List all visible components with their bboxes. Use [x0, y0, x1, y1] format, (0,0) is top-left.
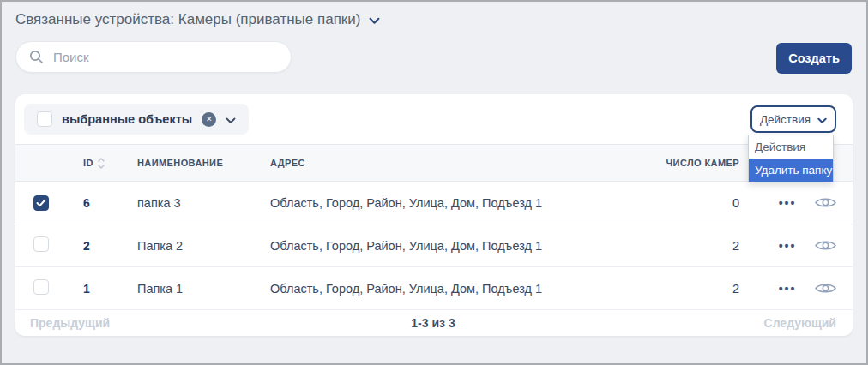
row-camera-count: 2	[659, 282, 762, 296]
pagination-next[interactable]: Следующий	[568, 316, 836, 330]
sort-icon[interactable]	[98, 158, 105, 169]
row-checkbox[interactable]	[33, 279, 49, 295]
selection-chevron-down-icon[interactable]	[226, 112, 236, 128]
row-id: 2	[73, 239, 135, 253]
row-checkbox[interactable]	[33, 195, 49, 211]
row-name: папка 3	[135, 196, 268, 210]
create-button[interactable]: Создать	[776, 43, 852, 74]
row-id: 1	[73, 282, 135, 296]
row-menu-ellipsis-icon[interactable]: •••	[762, 196, 813, 210]
row-address: Область, Город, Район, Улица, Дом, Подъе…	[268, 282, 659, 296]
row-view-eye-icon[interactable]	[813, 238, 837, 253]
menu-item-delete-folder[interactable]: Удалить папку	[749, 159, 833, 182]
column-header-name: НАИМЕНОВАНИЕ	[135, 158, 268, 168]
actions-select[interactable]: Действия	[750, 105, 836, 133]
search-icon	[29, 50, 44, 64]
selection-label: выбранные объекты	[62, 112, 192, 126]
pagination-range: 1-3 из 3	[298, 316, 567, 330]
table-row: 1 Папка 1 Область, Город, Район, Улица, …	[15, 267, 853, 310]
pagination-previous[interactable]: Предыдущий	[30, 316, 298, 330]
selection-pill: выбранные объекты ✕	[24, 104, 249, 135]
pagination: Предыдущий 1-3 из 3 Следующий	[15, 310, 853, 335]
actions-select-label: Действия	[760, 113, 811, 126]
actions-chevron-down-icon	[817, 114, 827, 127]
column-header-cameras: ЧИСЛО КАМЕР	[659, 158, 762, 168]
table-row: 2 Папка 2 Область, Город, Район, Улица, …	[15, 224, 853, 267]
page-title-text: Связанные устройства: Камеры (приватные …	[15, 11, 360, 28]
app-window: Связанные устройства: Камеры (приватные …	[0, 0, 868, 365]
card-toolbar: выбранные объекты ✕ Действия	[15, 94, 853, 144]
row-name: Папка 2	[135, 239, 268, 253]
row-address: Область, Город, Район, Улица, Дом, Подъе…	[268, 239, 659, 253]
select-all-checkbox[interactable]	[37, 111, 52, 127]
column-header-address: АДРЕС	[268, 158, 659, 168]
row-address: Область, Город, Район, Улица, Дом, Подъе…	[268, 196, 659, 210]
page-title: Связанные устройства: Камеры (приватные …	[15, 10, 380, 29]
row-view-eye-icon[interactable]	[813, 195, 837, 210]
row-camera-count: 2	[659, 239, 762, 253]
row-view-eye-icon[interactable]	[813, 281, 837, 296]
title-chevron-down-icon[interactable]	[369, 12, 380, 29]
table-header: ID НАИМЕНОВАНИЕ АДРЕС ЧИСЛО КАМЕР	[15, 144, 853, 182]
search-box	[15, 41, 292, 73]
table-row: 6 папка 3 Область, Город, Район, Улица, …	[15, 182, 853, 224]
row-menu-ellipsis-icon[interactable]: •••	[762, 239, 813, 253]
row-id: 6	[73, 196, 135, 210]
row-name: Папка 1	[135, 282, 268, 296]
folders-card: выбранные объекты ✕ Действия Действия Уд…	[15, 94, 853, 336]
menu-item-actions[interactable]: Действия	[749, 135, 833, 159]
row-camera-count: 0	[659, 196, 762, 210]
clear-selection-icon[interactable]: ✕	[202, 112, 216, 127]
row-checkbox[interactable]	[33, 236, 49, 252]
row-menu-ellipsis-icon[interactable]: •••	[762, 282, 813, 296]
column-header-id: ID	[73, 158, 135, 169]
actions-menu: Действия Удалить папку	[748, 135, 834, 182]
search-input[interactable]	[53, 50, 278, 64]
